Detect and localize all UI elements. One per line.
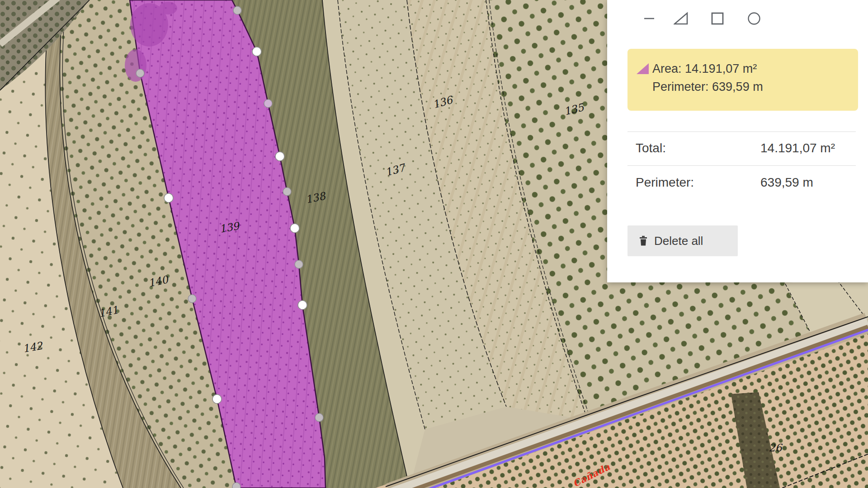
vertex-handle-mid[interactable] [136, 69, 144, 77]
divider [627, 165, 856, 166]
active-area-line: Area: 14.191,07 m² [652, 60, 763, 78]
app-window: 135 136 137 138 139 140 141 142 26 Cañad… [0, 0, 868, 488]
circle-tool-button[interactable] [744, 8, 764, 29]
vertex-handle-mid[interactable] [188, 295, 196, 303]
area-tool-icon [674, 12, 688, 25]
divider [627, 131, 856, 132]
vertex-handle-mid[interactable] [283, 188, 291, 196]
measurement-panel: Area: 14.191,07 m² Perimeter: 639,59 m T… [607, 0, 868, 282]
vertex-handle-mid[interactable] [264, 99, 272, 108]
vertex-handle[interactable] [252, 47, 261, 56]
total-value: 14.191,07 m² [760, 141, 835, 155]
perimeter-value: 639,59 m [760, 175, 813, 190]
trash-icon [639, 236, 647, 246]
vertex-handle-mid[interactable] [315, 413, 323, 422]
active-area-label: Area: [652, 62, 682, 75]
area-tool-button[interactable] [670, 8, 691, 29]
vertex-handle[interactable] [290, 224, 299, 233]
rectangle-tool-button[interactable] [707, 8, 728, 29]
vertex-handle[interactable] [164, 193, 173, 202]
line-tool-button[interactable] [639, 8, 660, 29]
delete-all-label: Delete all [654, 234, 703, 248]
active-perimeter-label: Perimeter: [652, 80, 709, 94]
active-area-value: 14.191,07 m² [685, 62, 757, 75]
delete-all-button[interactable]: Delete all [627, 225, 738, 256]
vertex-handle[interactable] [212, 394, 222, 404]
vertex-handle-mid[interactable] [233, 6, 241, 14]
vertex-handle-mid[interactable] [232, 483, 241, 488]
perimeter-label: Perimeter: [636, 175, 694, 190]
circle-tool-icon [747, 12, 761, 25]
active-perimeter-value: 639,59 m [712, 80, 763, 94]
area-shape-icon [637, 63, 649, 74]
line-tool-icon [643, 13, 655, 24]
vertex-handle-mid[interactable] [295, 260, 303, 268]
measure-toolbar [607, 8, 868, 31]
total-label: Total: [636, 141, 666, 155]
vertex-handle[interactable] [275, 152, 284, 161]
rectangle-tool-icon [711, 12, 724, 25]
vertex-handle[interactable] [298, 300, 307, 310]
active-perimeter-line: Perimeter: 639,59 m [652, 78, 763, 96]
parcel-label-26: 26 [769, 442, 783, 454]
active-measurement-box[interactable]: Area: 14.191,07 m² Perimeter: 639,59 m [627, 49, 858, 111]
